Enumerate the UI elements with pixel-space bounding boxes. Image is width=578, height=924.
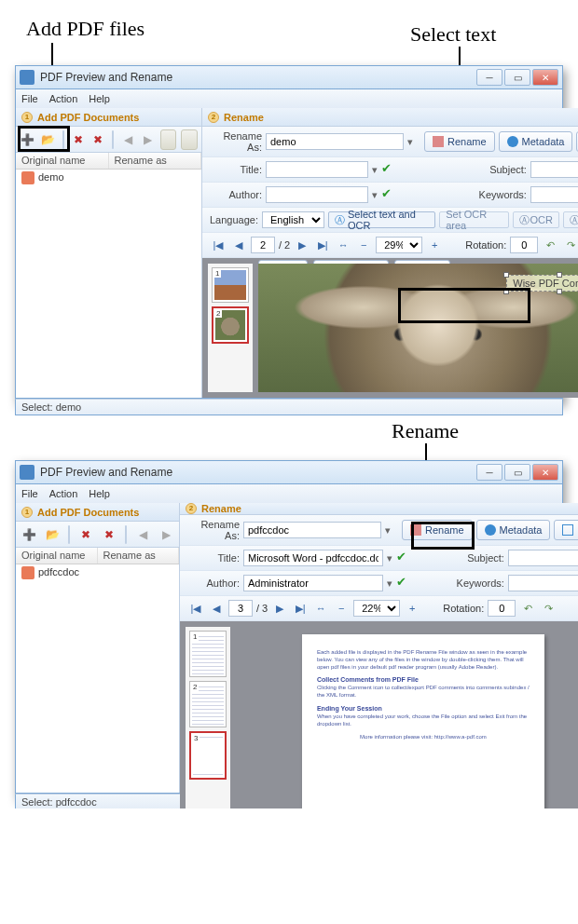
- page-input[interactable]: [228, 600, 253, 617]
- page-thumbnail[interactable]: 2: [189, 681, 227, 727]
- zoom-out-button[interactable]: −: [333, 600, 350, 617]
- screenshot-1: PDF Preview and Rename ─ ▭ ✕ File Action…: [15, 65, 563, 402]
- window-title: PDF Preview and Rename: [40, 466, 172, 479]
- add-pdf-header: Add PDF Documents: [37, 112, 139, 123]
- rotation-input[interactable]: [510, 237, 538, 253]
- metadata-button[interactable]: Metadata: [476, 520, 551, 540]
- maximize-button[interactable]: ▭: [504, 69, 530, 86]
- a-ocr-button[interactable]: Ⓐ OCR: [513, 211, 558, 228]
- next-page-button[interactable]: ▶: [271, 600, 288, 617]
- menu-action[interactable]: Action: [49, 488, 78, 499]
- rename-header: Rename: [224, 112, 264, 123]
- select-text-ocr-button[interactable]: Ⓐ Select text and OCR: [328, 211, 435, 228]
- watermark-text-selection[interactable]: Wise PDF Company: [506, 275, 578, 292]
- menu-action[interactable]: Action: [49, 93, 78, 104]
- fit-h-button[interactable]: ↔: [335, 237, 351, 253]
- subject-input[interactable]: [508, 550, 578, 566]
- add-folder-button[interactable]: 📂: [43, 525, 62, 544]
- close-button[interactable]: ✕: [532, 69, 558, 86]
- annotation-select-text: Select text: [410, 22, 496, 47]
- zoom-select[interactable]: 29%: [376, 237, 422, 253]
- rotation-input[interactable]: [488, 600, 516, 617]
- page-total: / 3: [256, 603, 268, 614]
- first-page-button[interactable]: |◀: [210, 237, 227, 253]
- disk-button-1[interactable]: [160, 129, 177, 150]
- rotate-left-button[interactable]: ↶: [519, 600, 536, 617]
- last-page-button[interactable]: ▶|: [314, 237, 331, 253]
- pdf-preview[interactable]: Wise PDF Company: [258, 264, 578, 392]
- next-page-button[interactable]: ▶: [294, 237, 310, 253]
- first-page-button[interactable]: |◀: [187, 600, 204, 617]
- minimize-button[interactable]: ─: [476, 464, 502, 481]
- ocr-button[interactable]: OCR: [554, 520, 578, 540]
- zoom-out-button[interactable]: −: [355, 237, 372, 253]
- section-bullet-icon: 1: [21, 112, 33, 123]
- keywords-input[interactable]: [508, 575, 578, 591]
- page-input[interactable]: [251, 237, 275, 253]
- title-input[interactable]: [243, 550, 383, 566]
- prev-page-button[interactable]: ◀: [208, 600, 225, 617]
- move-down-button[interactable]: ▶: [140, 130, 155, 149]
- author-input[interactable]: [243, 575, 383, 591]
- move-down-button[interactable]: ▶: [157, 525, 175, 544]
- menu-help[interactable]: Help: [89, 93, 110, 104]
- menu-file[interactable]: File: [21, 488, 38, 499]
- title-input[interactable]: [266, 161, 368, 178]
- page-thumbnail[interactable]: 3: [189, 731, 227, 780]
- page-total: / 2: [279, 239, 290, 251]
- remove-button[interactable]: ✖: [76, 525, 95, 544]
- remove-all-button[interactable]: ✖: [90, 130, 105, 149]
- list-item[interactable]: pdfccdoc: [16, 564, 179, 581]
- prev-page-button[interactable]: ◀: [230, 237, 247, 253]
- list-item[interactable]: demo: [16, 170, 201, 186]
- move-up-button[interactable]: ◀: [133, 525, 152, 544]
- batch-ocr-button[interactable]: Ⓐ Batch OCR: [563, 211, 578, 228]
- page-thumbnail[interactable]: 1: [189, 631, 227, 677]
- maximize-button[interactable]: ▭: [504, 464, 530, 481]
- pdf-preview[interactable]: Each added file is displayed in the PDF …: [236, 627, 578, 808]
- col-original-name: Original name: [16, 153, 109, 169]
- author-label: Author:: [210, 189, 262, 200]
- rotate-left-button[interactable]: ↶: [542, 237, 558, 253]
- add-folder-button[interactable]: 📂: [40, 130, 56, 149]
- menu-file[interactable]: File: [21, 93, 38, 104]
- col-rename-as: Rename as: [109, 153, 202, 169]
- zoom-select[interactable]: 22%: [353, 600, 400, 617]
- rotate-right-button[interactable]: ↷: [562, 237, 578, 253]
- rename-button[interactable]: Rename: [402, 520, 473, 540]
- add-file-button[interactable]: ➕: [20, 130, 35, 149]
- fit-h-button[interactable]: ↔: [312, 600, 329, 617]
- remove-button[interactable]: ✖: [71, 130, 86, 149]
- keywords-label: Keywords:: [452, 578, 504, 589]
- rename-as-input[interactable]: [266, 133, 404, 150]
- zoom-in-button[interactable]: +: [426, 237, 443, 253]
- zoom-in-button[interactable]: +: [404, 600, 420, 617]
- rename-as-label: Rename As:: [210, 130, 262, 153]
- rename-as-label: Rename As:: [187, 519, 240, 541]
- section-bullet-icon: 2: [208, 112, 219, 123]
- rename-as-input[interactable]: [243, 522, 381, 538]
- menu-help[interactable]: Help: [89, 488, 110, 499]
- add-file-button[interactable]: ➕: [20, 525, 38, 544]
- last-page-button[interactable]: ▶|: [292, 600, 309, 617]
- minimize-button[interactable]: ─: [476, 69, 502, 86]
- keywords-input[interactable]: [530, 186, 578, 203]
- author-input[interactable]: [266, 186, 368, 203]
- screenshot-2: PDF Preview and Rename ─ ▭ ✕ File Action…: [15, 460, 563, 797]
- check-icon: ✔: [396, 551, 409, 564]
- rename-button[interactable]: Rename: [424, 131, 495, 152]
- remove-all-button[interactable]: ✖: [100, 525, 118, 544]
- language-select[interactable]: English: [262, 211, 324, 228]
- subject-input[interactable]: [530, 161, 578, 178]
- page-thumbnail[interactable]: 1: [212, 267, 249, 303]
- close-button[interactable]: ✕: [532, 464, 558, 481]
- rotate-right-button[interactable]: ↷: [540, 600, 557, 617]
- metadata-button[interactable]: Metadata: [499, 131, 573, 152]
- window-title: PDF Preview and Rename: [40, 71, 172, 84]
- move-up-button[interactable]: ◀: [120, 130, 135, 149]
- check-icon: ✔: [381, 188, 394, 201]
- page-thumbnail[interactable]: 2: [212, 306, 249, 344]
- text-select-icon: Ⓐ: [335, 213, 345, 227]
- disk-button-2[interactable]: [181, 129, 198, 150]
- set-ocr-area-button[interactable]: Set OCR area: [439, 211, 509, 228]
